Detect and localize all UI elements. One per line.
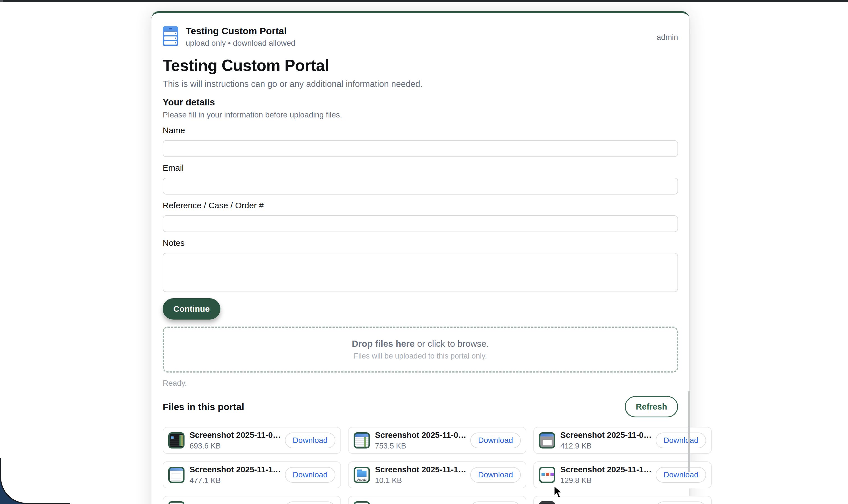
portal-server-icon [163,26,178,47]
file-name: Screenshot 2025-11-1… [190,465,281,474]
file-list-item: Screenshot 2025-11-1… 129.8 KB Download [533,462,712,488]
file-name: Screenshot 2025-11-0… [375,431,466,440]
continue-button[interactable]: Continue [163,298,220,320]
notes-label: Notes [163,238,678,248]
file-thumbnail [354,432,370,449]
file-list-item: Assets Screenshot 2025-11-1… 10.1 KB Dow… [348,462,526,488]
email-label: Email [163,163,678,173]
file-size: 477.1 KB [190,476,281,485]
file-name: Screenshot 2025-11-0… [190,431,281,440]
page-title: Testing Custom Portal [163,56,678,75]
dropzone-secondary-text: Files will be uploaded to this portal on… [354,352,487,360]
file-name: Screenshot 2025-11-0… [560,431,652,440]
files-grid: Screenshot 2025-11-0… 693.6 KB Download … [163,427,678,504]
download-button[interactable]: Download [285,467,336,483]
file-size: 412.9 KB [560,442,652,450]
details-section-hint: Please fill in your information before u… [163,110,678,120]
file-thumbnail [539,501,555,504]
file-dropzone[interactable]: Drop files here or click to browse. File… [163,327,678,373]
download-button[interactable]: Download [656,502,706,504]
admin-user-label: admin [657,33,678,42]
download-button[interactable]: Download [470,433,521,448]
file-thumbnail [539,432,555,449]
download-button[interactable]: Download [656,433,706,448]
system-top-bar [0,0,848,2]
file-list-item: Screenshot 2025-11-1… 477.1 KB Download [163,462,341,488]
file-thumbnail [354,501,370,504]
file-list-item: Screenshot 2025-11-1… Download [348,496,526,504]
portal-header-subtitle: upload only • download allowed [186,39,295,48]
upload-status-text: Ready. [163,379,678,388]
file-name: Screenshot 2025-11-1… [560,465,652,474]
portal-header: Testing Custom Portal upload only • down… [163,13,678,48]
file-size: 693.6 KB [190,442,281,450]
portal-card: Testing Custom Portal upload only • down… [152,11,689,504]
download-button[interactable]: Download [470,502,521,504]
download-button[interactable]: Download [285,433,336,448]
file-list-item: Screenshot 2025-11-0… 753.5 KB Download [348,427,526,454]
file-thumbnail [168,432,184,449]
file-thumbnail [168,467,184,483]
download-button[interactable]: Download [470,467,521,483]
files-section-title: Files in this portal [163,401,244,412]
file-thumbnail: Assets [354,467,370,483]
refresh-button[interactable]: Refresh [625,396,678,417]
download-button[interactable]: Download [285,502,336,504]
file-list-item: Screenshot 2025-11-1… Download [533,496,712,504]
thumbnail-label: Assets [355,478,369,481]
file-thumbnail [539,467,555,483]
file-list-item: Screenshot 2025-11-1… Download [163,496,341,504]
file-size: 753.5 KB [375,442,466,450]
file-list-item: Screenshot 2025-11-0… 412.9 KB Download [533,427,712,454]
top-bar-segment [0,0,3,2]
scrollbar-thumb[interactable] [688,391,690,472]
file-size: 10.1 KB [375,476,466,485]
file-thumbnail [168,501,184,504]
file-name: Screenshot 2025-11-1… [375,465,466,474]
download-button[interactable]: Download [656,467,706,483]
page-description: This is will instructions can go or any … [163,79,678,89]
notes-field[interactable] [163,253,678,292]
dropzone-primary-text: Drop files here or click to browse. [352,339,489,349]
email-field[interactable] [163,178,678,195]
name-label: Name [163,126,678,135]
portal-header-title: Testing Custom Portal [186,25,295,36]
reference-field[interactable] [163,215,678,232]
details-section-title: Your details [163,97,678,108]
file-size: 129.8 KB [560,476,652,485]
reference-label: Reference / Case / Order # [163,201,678,210]
file-list-item: Screenshot 2025-11-0… 693.6 KB Download [163,427,341,454]
name-field[interactable] [163,140,678,157]
window-rounded-corner [0,458,70,504]
